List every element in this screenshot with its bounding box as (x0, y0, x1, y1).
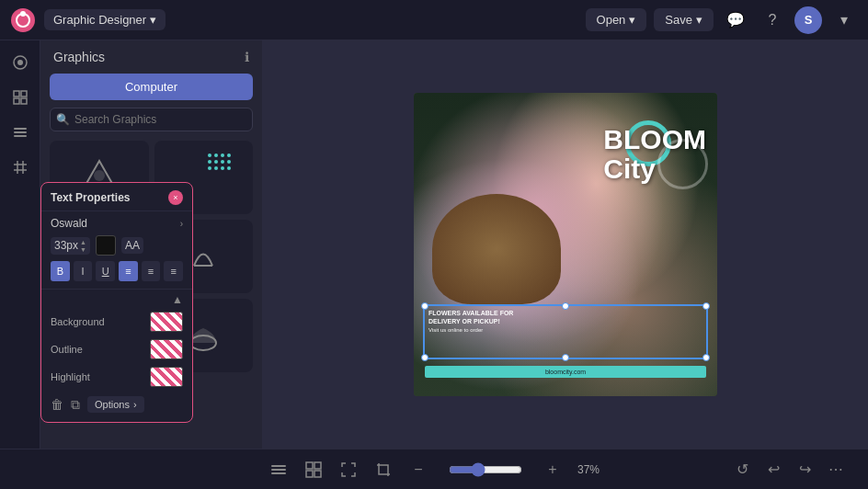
tp-underline-button[interactable]: U (96, 261, 115, 281)
layers-icon-btn[interactable] (265, 456, 292, 483)
selection-handle-bl (421, 354, 428, 361)
svg-rect-19 (271, 469, 286, 471)
tp-size-up-icon[interactable]: ▲ (80, 239, 86, 245)
svg-rect-23 (306, 471, 313, 477)
zoom-slider[interactable] (449, 462, 522, 477)
tp-background-label: Background (51, 316, 105, 327)
grid-view-btn[interactable] (300, 456, 327, 483)
tp-background-swatch[interactable] (150, 312, 183, 332)
tp-bold-button[interactable]: B (51, 261, 70, 281)
fit-screen-btn[interactable] (335, 456, 362, 483)
tp-background-row: Background (41, 308, 192, 335)
open-label: Open (597, 13, 626, 27)
tp-outline-row: Outline (41, 335, 192, 363)
website-text: bloomcity.com (425, 366, 706, 378)
svg-rect-9 (14, 128, 27, 130)
tp-outline-label: Outline (51, 344, 83, 355)
tp-actions-row: 🗑 ⧉ Options › (41, 391, 192, 415)
tp-align-left-button[interactable]: ≡ (119, 261, 138, 281)
zoom-out-btn[interactable]: − (405, 456, 432, 483)
icon-bar-shapes[interactable] (6, 83, 35, 112)
tp-title: Text Properties (51, 191, 130, 204)
icon-bar-layers[interactable] (6, 118, 35, 147)
tp-trash-icon[interactable]: 🗑 (51, 397, 63, 412)
canvas-area[interactable]: BLOOM City FLOWERS AVAILAB (263, 40, 868, 449)
tp-size-input[interactable]: 33px ▲ ▼ (51, 237, 90, 255)
main-area: Graphics ℹ Computer 🔍 (0, 40, 868, 449)
tp-font-selector[interactable]: Oswald › (41, 211, 192, 235)
tp-divider-1 (41, 289, 192, 290)
icon-bar-home[interactable] (6, 48, 35, 77)
svg-rect-11 (14, 135, 27, 137)
canvas-content: BLOOM City FLOWERS AVAILAB (414, 93, 717, 396)
save-label: Save (665, 13, 692, 27)
crop-btn[interactable] (370, 456, 397, 483)
app-title-label: Graphic Designer (53, 13, 146, 27)
icon-bar (0, 40, 40, 449)
undo-btn[interactable]: ↩ (760, 456, 787, 483)
bloom-title-text: BLOOM City (603, 125, 706, 183)
side-panel-title: Graphics (53, 50, 105, 64)
refresh-btn[interactable]: ↺ (728, 456, 756, 483)
search-bar: 🔍 (50, 108, 253, 131)
search-input[interactable] (50, 108, 253, 131)
comments-icon[interactable]: 💬 (721, 6, 750, 35)
tp-copy-icon[interactable]: ⧉ (71, 397, 80, 413)
save-button[interactable]: Save ▾ (654, 8, 714, 31)
tp-options-label: Options (95, 399, 130, 410)
text-properties-panel: Text Properties × Oswald › 33px ▲ ▼ (40, 182, 193, 423)
svg-rect-22 (314, 462, 321, 469)
avatar[interactable]: S (794, 6, 822, 34)
topbar-chevron-icon[interactable]: ▾ (829, 6, 859, 35)
tp-highlight-row: Highlight (41, 363, 192, 391)
tp-options-button[interactable]: Options › (87, 396, 144, 413)
tp-format-row: B I U ≡ ≡ ≡ (41, 261, 192, 287)
tab-computer-label: Computer (125, 80, 177, 94)
search-icon: 🔍 (56, 113, 70, 126)
tp-highlight-swatch[interactable] (150, 367, 183, 387)
help-icon[interactable]: ? (758, 6, 787, 35)
tp-size-down-icon[interactable]: ▼ (80, 246, 86, 253)
redo-btn[interactable]: ↪ (791, 456, 818, 483)
icon-bar-grid[interactable] (6, 153, 35, 182)
tp-align-center-button[interactable]: ≡ (142, 261, 161, 281)
svg-rect-6 (21, 91, 27, 97)
canvas-image[interactable]: BLOOM City FLOWERS AVAILAB (414, 93, 717, 396)
tp-collapse-button[interactable]: ▲ (172, 293, 183, 306)
side-panel-info-icon[interactable]: ℹ (245, 50, 249, 64)
tp-align-right-button[interactable]: ≡ (164, 261, 183, 281)
selection-box[interactable]: FLOWERS AVAILABLE FORDELIVERY OR PICKUP!… (423, 304, 708, 359)
tab-computer[interactable]: Computer (50, 74, 253, 100)
save-chevron: ▾ (696, 13, 702, 27)
zoom-in-btn[interactable]: + (539, 456, 566, 483)
topbar: Graphic Designer ▾ Open ▾ Save ▾ 💬 ? S ▾ (0, 0, 868, 40)
tp-aa-button[interactable]: AA (121, 237, 143, 254)
tp-color-swatch[interactable] (96, 235, 116, 256)
topbar-actions: Open ▾ Save ▾ 💬 ? S ▾ (586, 6, 859, 35)
italic-icon: I (81, 266, 84, 277)
tp-aa-icon: AA (125, 239, 140, 252)
tp-outline-swatch[interactable] (150, 339, 183, 359)
close-icon: × (173, 193, 177, 202)
svg-rect-21 (306, 462, 313, 469)
open-button[interactable]: Open ▾ (586, 8, 647, 31)
svg-point-4 (17, 60, 23, 65)
selection-handle-tm (562, 302, 569, 310)
open-chevron: ▾ (629, 13, 635, 27)
tp-close-button[interactable]: × (168, 190, 183, 205)
tp-font-name: Oswald (51, 217, 87, 230)
zoom-controls (449, 462, 522, 477)
more-btn[interactable]: ⋯ (822, 456, 850, 483)
tp-options-arrow-icon: › (133, 399, 137, 410)
tp-font-arrow-icon: › (180, 219, 183, 229)
tp-size-stepper[interactable]: ▲ ▼ (80, 239, 86, 253)
app-title-chevron: ▾ (150, 13, 156, 27)
tp-size-value: 33px (54, 239, 80, 252)
selection-handle-bm (562, 354, 569, 361)
svg-rect-18 (271, 465, 286, 467)
svg-point-2 (20, 11, 26, 17)
delivery-text: FLOWERS AVAILABLE FORDELIVERY OR PICKUP!… (425, 306, 706, 337)
bottom-bar: − + 37% ↺ ↩ ↪ ⋯ (0, 449, 868, 489)
tp-italic-button[interactable]: I (74, 261, 93, 281)
app-name-button[interactable]: Graphic Designer ▾ (44, 9, 166, 30)
